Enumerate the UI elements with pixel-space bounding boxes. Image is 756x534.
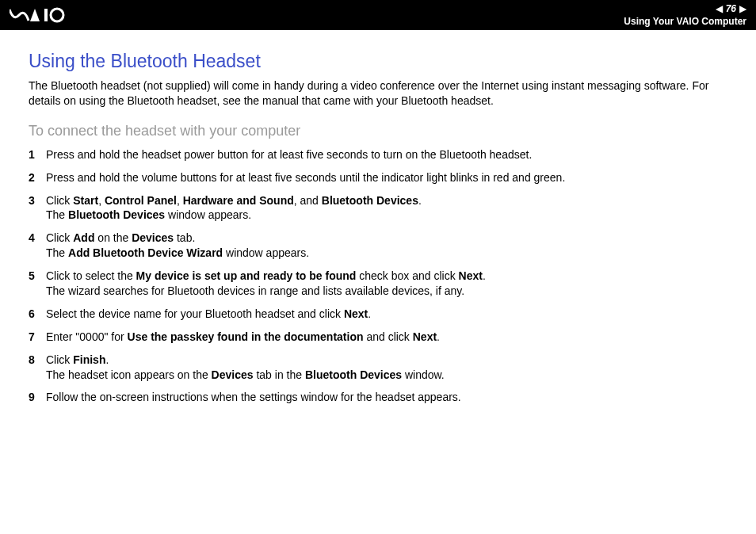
step-item: Click to select the My device is set up … bbox=[29, 269, 735, 299]
step-item: Click Start, Control Panel, Hardware and… bbox=[29, 193, 735, 223]
page-number: 76 bbox=[726, 3, 736, 14]
page-content: Using the Bluetooth Headset The Bluetoot… bbox=[0, 30, 756, 405]
vaio-logo-glyph bbox=[10, 7, 81, 23]
section-title: Using Your VAIO Computer bbox=[624, 16, 746, 27]
page-header: ◀ 76 ▶ Using Your VAIO Computer bbox=[0, 0, 756, 30]
page-navigator: ◀ 76 ▶ bbox=[716, 3, 746, 14]
header-right: ◀ 76 ▶ Using Your VAIO Computer bbox=[624, 3, 746, 27]
steps-list: Press and hold the headset power button … bbox=[29, 147, 735, 406]
step-item: Click Add on the Devices tab.The Add Blu… bbox=[29, 231, 735, 261]
subtitle: To connect the headset with your compute… bbox=[29, 123, 735, 139]
svg-rect-0 bbox=[44, 9, 48, 21]
step-item: Press and hold the headset power button … bbox=[29, 147, 735, 162]
step-text: Follow the on-screen instructions when t… bbox=[46, 390, 735, 405]
page-title: Using the Bluetooth Headset bbox=[29, 51, 735, 72]
step-item: Select the device name for your Bluetoot… bbox=[29, 307, 735, 322]
next-page-icon[interactable]: ▶ bbox=[739, 4, 746, 13]
step-text: Press and hold the headset power button … bbox=[46, 147, 735, 162]
step-text: Click Add on the Devices tab.The Add Blu… bbox=[46, 231, 735, 261]
vaio-logo bbox=[10, 7, 81, 23]
step-text: Click Finish.The headset icon appears on… bbox=[46, 353, 735, 383]
step-text: Enter "0000" for Use the passkey found i… bbox=[46, 330, 735, 345]
step-item: Click Finish.The headset icon appears on… bbox=[29, 353, 735, 383]
step-text: Select the device name for your Bluetoot… bbox=[46, 307, 735, 322]
step-item: Follow the on-screen instructions when t… bbox=[29, 390, 735, 405]
step-text: Click Start, Control Panel, Hardware and… bbox=[46, 193, 735, 223]
intro-paragraph: The Bluetooth headset (not supplied) wil… bbox=[29, 78, 735, 109]
prev-page-icon[interactable]: ◀ bbox=[716, 4, 723, 13]
step-text: Press and hold the volume buttons for at… bbox=[46, 170, 735, 185]
step-text: Click to select the My device is set up … bbox=[46, 269, 735, 299]
svg-point-1 bbox=[51, 9, 63, 21]
step-item: Press and hold the volume buttons for at… bbox=[29, 170, 735, 185]
step-item: Enter "0000" for Use the passkey found i… bbox=[29, 330, 735, 345]
